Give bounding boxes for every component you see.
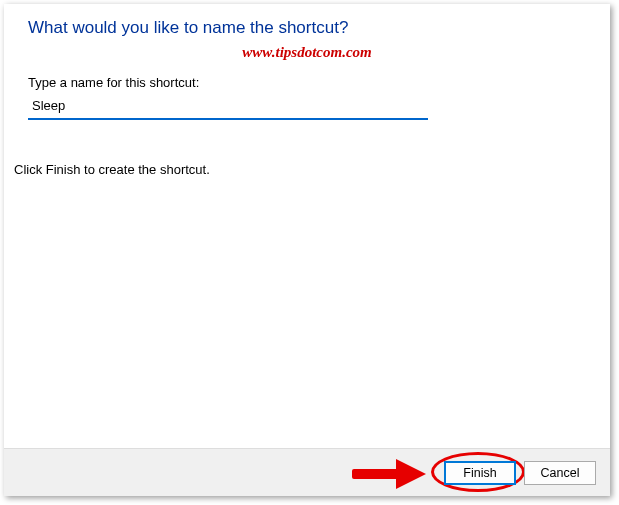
dialog-content: What would you like to name the shortcut… (4, 4, 610, 448)
dialog-button-bar: Finish Cancel (4, 448, 610, 496)
instruction-text: Click Finish to create the shortcut. (14, 162, 586, 177)
svg-marker-1 (396, 459, 426, 489)
finish-button[interactable]: Finish (444, 461, 516, 485)
dialog-heading: What would you like to name the shortcut… (28, 18, 586, 38)
red-arrow-annotation (352, 459, 426, 489)
shortcut-name-input[interactable] (28, 94, 428, 120)
shortcut-name-label: Type a name for this shortcut: (28, 75, 586, 90)
svg-rect-0 (352, 469, 398, 479)
watermark-text: www.tipsdotcom.com (28, 44, 586, 61)
cancel-button[interactable]: Cancel (524, 461, 596, 485)
create-shortcut-dialog: What would you like to name the shortcut… (4, 4, 610, 496)
